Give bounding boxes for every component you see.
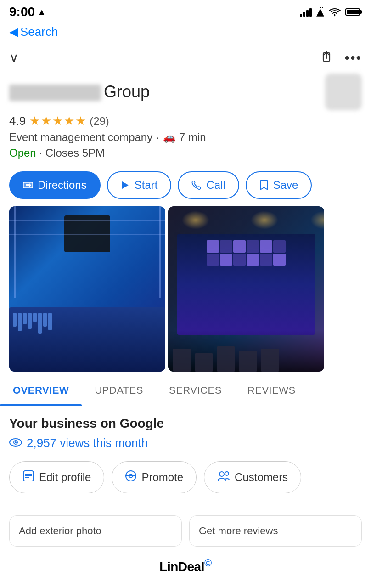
photo-2[interactable] bbox=[168, 206, 324, 372]
customers-label: Customers bbox=[235, 471, 288, 484]
star-2: ★ bbox=[41, 114, 51, 128]
get-reviews-card[interactable]: Get more reviews bbox=[189, 515, 362, 547]
car-icon: 🚗 bbox=[163, 131, 175, 143]
stars: ★ ★ ★ ★ ★ bbox=[29, 114, 86, 128]
wifi-icon: ▲̈ bbox=[316, 6, 324, 18]
collapse-icon[interactable]: ∨ bbox=[9, 50, 19, 65]
save-icon bbox=[259, 180, 269, 191]
customers-button[interactable]: Customers bbox=[204, 461, 301, 493]
views-row: 2,957 views this month bbox=[9, 435, 362, 450]
promote-icon bbox=[125, 470, 137, 485]
add-photo-label: Add exterior photo bbox=[19, 525, 101, 537]
bottom-section: Add exterior photo Get more reviews bbox=[0, 515, 371, 556]
business-actions: Edit profile Promote Custom bbox=[9, 461, 362, 493]
views-count: 2,957 views this month bbox=[27, 436, 148, 450]
call-label: Call bbox=[206, 179, 225, 192]
views-icon bbox=[9, 435, 22, 450]
signal-icon bbox=[300, 7, 312, 17]
star-5: ★ bbox=[75, 114, 86, 128]
business-name: Group bbox=[9, 82, 325, 102]
business-avatar bbox=[325, 74, 362, 110]
battery-icon bbox=[345, 8, 362, 16]
svg-point-7 bbox=[15, 441, 17, 443]
open-status: Open · Closes 5PM bbox=[9, 147, 362, 159]
photos-row bbox=[0, 206, 371, 372]
save-button[interactable]: Save bbox=[246, 171, 312, 199]
status-time: 9:00 ▲ bbox=[9, 5, 46, 19]
watermark: LinDeal© bbox=[159, 557, 211, 574]
star-1: ★ bbox=[29, 114, 40, 128]
back-label[interactable]: Search bbox=[20, 25, 58, 39]
drive-time: 7 min bbox=[179, 131, 206, 144]
start-label: Start bbox=[135, 179, 158, 192]
edit-profile-icon bbox=[22, 470, 34, 485]
directions-label: Directions bbox=[38, 179, 87, 192]
wifi-icon bbox=[329, 7, 341, 17]
business-meta: Event management company · 🚗 7 min bbox=[9, 131, 362, 144]
svg-point-14 bbox=[219, 472, 224, 476]
start-icon bbox=[121, 180, 130, 190]
promote-label: Promote bbox=[141, 471, 183, 484]
svg-point-15 bbox=[225, 472, 229, 475]
call-icon bbox=[191, 180, 202, 190]
action-buttons: Directions Start Call Save bbox=[0, 164, 371, 206]
star-4: ★ bbox=[64, 114, 74, 128]
get-reviews-label: Get more reviews bbox=[199, 525, 278, 537]
edit-profile-button[interactable]: Edit profile bbox=[9, 461, 104, 493]
top-toolbar: ∨ ••• bbox=[0, 44, 371, 72]
star-3: ★ bbox=[52, 114, 63, 128]
status-bar: 9:00 ▲ ▲̈ bbox=[0, 0, 371, 22]
content-section: Your business on Google 2,957 views this… bbox=[0, 405, 371, 515]
save-label: Save bbox=[273, 179, 298, 192]
tab-overview[interactable]: OVERVIEW bbox=[0, 376, 82, 405]
promote-button[interactable]: Promote bbox=[112, 461, 197, 493]
add-photo-card[interactable]: Add exterior photo bbox=[9, 515, 182, 547]
section-title: Your business on Google bbox=[9, 416, 362, 431]
closes-label: Closes 5PM bbox=[45, 147, 105, 159]
tabs-row: OVERVIEW UPDATES SERVICES REVIEWS bbox=[0, 376, 371, 405]
directions-icon bbox=[23, 180, 33, 190]
toolbar-right: ••• bbox=[320, 48, 362, 67]
svg-marker-4 bbox=[122, 181, 129, 189]
open-label: Open bbox=[9, 147, 36, 159]
status-icons: ▲̈ bbox=[300, 6, 362, 18]
photo-1[interactable] bbox=[9, 206, 165, 372]
start-button[interactable]: Start bbox=[107, 171, 172, 199]
business-header: Group 4.9 ★ ★ ★ ★ ★ (29) Event managemen… bbox=[0, 72, 371, 164]
directions-button[interactable]: Directions bbox=[9, 171, 101, 199]
category-label: Event management company bbox=[9, 131, 152, 144]
review-count: (29) bbox=[90, 115, 109, 128]
back-arrow: ◀ bbox=[9, 25, 18, 39]
rating-number: 4.9 bbox=[9, 114, 26, 128]
call-button[interactable]: Call bbox=[178, 171, 239, 199]
rating-row: 4.9 ★ ★ ★ ★ ★ (29) bbox=[9, 114, 362, 128]
tab-updates[interactable]: UPDATES bbox=[82, 376, 156, 405]
customers-icon bbox=[217, 470, 230, 484]
back-nav[interactable]: ◀ Search bbox=[0, 22, 371, 44]
tab-reviews[interactable]: REVIEWS bbox=[235, 376, 309, 405]
edit-profile-label: Edit profile bbox=[39, 471, 91, 484]
more-options-icon[interactable]: ••• bbox=[344, 50, 362, 66]
share-icon[interactable] bbox=[320, 48, 333, 67]
tab-services[interactable]: SERVICES bbox=[156, 376, 235, 405]
